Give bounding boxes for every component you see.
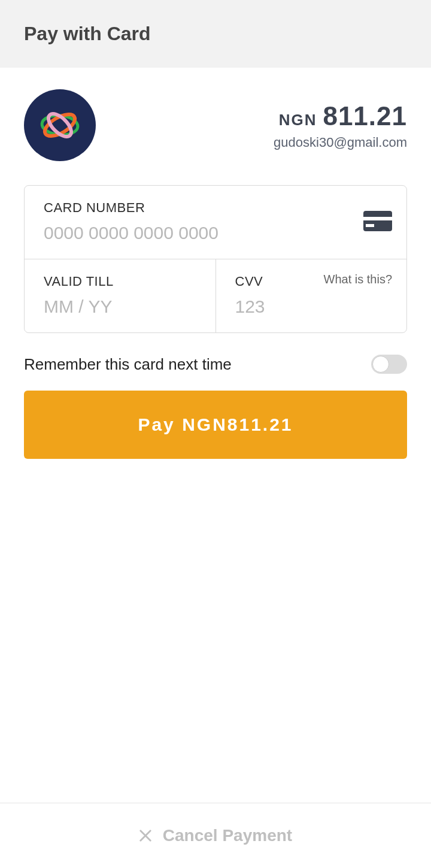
svg-rect-5	[366, 224, 374, 227]
page-title: Pay with Card	[24, 23, 407, 45]
close-icon	[139, 829, 152, 842]
card-form: CARD NUMBER VALID TILL	[24, 185, 407, 333]
cvv-field-container: CVV What is this?	[216, 259, 407, 332]
customer-email: gudoski30@gmail.com	[274, 135, 407, 150]
amount-block: NGN 811.21 gudoski30@gmail.com	[274, 101, 407, 150]
svg-rect-4	[363, 217, 392, 220]
amount-value: 811.21	[323, 101, 407, 131]
toggle-knob	[372, 356, 389, 373]
header: Pay with Card	[0, 0, 431, 68]
cancel-payment-button[interactable]: Cancel Payment	[163, 826, 292, 845]
valid-till-field-container: VALID TILL	[25, 259, 216, 332]
card-number-field[interactable]	[44, 223, 318, 243]
card-number-label: CARD NUMBER	[44, 200, 387, 216]
cvv-field[interactable]	[235, 297, 388, 317]
card-number-field-container: CARD NUMBER	[25, 186, 406, 259]
cvv-hint-link[interactable]: What is this?	[324, 273, 392, 286]
content: NGN 811.21 gudoski30@gmail.com CARD NUMB…	[0, 68, 431, 803]
remember-label: Remember this card next time	[24, 355, 232, 374]
valid-till-label: VALID TILL	[44, 274, 196, 289]
footer: Cancel Payment	[0, 803, 431, 868]
valid-till-field[interactable]	[44, 297, 196, 317]
summary-row: NGN 811.21 gudoski30@gmail.com	[24, 89, 407, 161]
svg-rect-3	[363, 211, 392, 231]
card-icon	[363, 211, 392, 234]
merchant-logo	[24, 89, 96, 161]
remember-toggle[interactable]	[371, 355, 407, 374]
remember-row: Remember this card next time	[24, 355, 407, 374]
logo-icon	[39, 108, 81, 143]
currency-label: NGN	[279, 111, 317, 129]
pay-button[interactable]: Pay NGN811.21	[24, 391, 407, 459]
